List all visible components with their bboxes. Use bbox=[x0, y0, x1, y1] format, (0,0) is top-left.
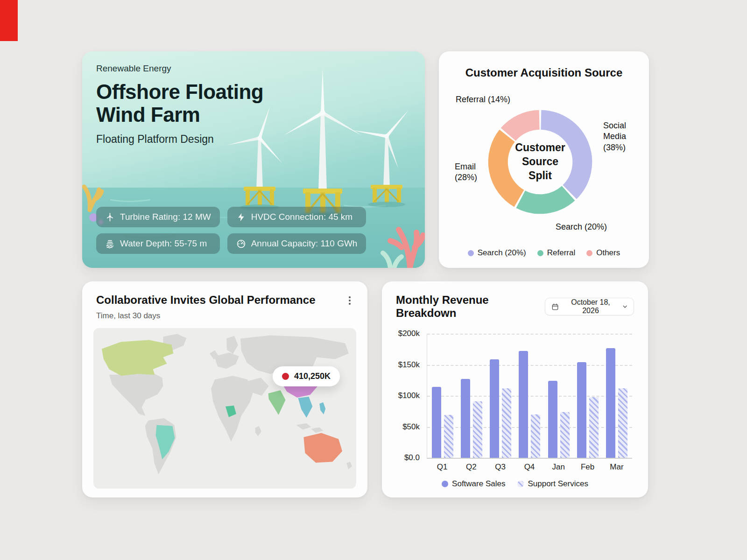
hero-eyebrow: Renewable Energy bbox=[96, 63, 278, 74]
world-map-svg bbox=[93, 328, 356, 489]
stat-hvdc-connection: HVDC Connection: 45 km bbox=[227, 207, 366, 227]
world-map: 410,250K bbox=[93, 328, 356, 489]
callout-social-media: Social Media (38%) bbox=[603, 120, 641, 153]
hero-stats: Turbine Rating: 12 MW HVDC Connection: 4… bbox=[96, 207, 366, 254]
map-card-subtitle: Time, last 30 days bbox=[93, 311, 356, 321]
y-axis-ticks: $200k$150k$100k$50k$0.0 bbox=[396, 334, 423, 458]
map-value-tooltip: 410,250K bbox=[273, 366, 340, 386]
water-depth-icon bbox=[105, 239, 115, 249]
bar-support-services bbox=[473, 401, 482, 458]
revenue-bar-chart: $200k$150k$100k$50k$0.0 bbox=[427, 334, 632, 459]
revenue-card-title: Monthly Revenue Breakdown bbox=[396, 294, 545, 320]
bar-group bbox=[519, 334, 540, 458]
legend-label: Others bbox=[596, 248, 620, 258]
donut-center-label: Customer Source Split bbox=[481, 103, 599, 221]
bar-support-services bbox=[618, 388, 627, 458]
legend-item-search: Search (20%) bbox=[468, 248, 526, 258]
bar-support-services bbox=[502, 388, 511, 458]
x-axis-labels: Q1Q2Q3Q4JanFebMar bbox=[427, 462, 632, 472]
region-usa-mexico bbox=[109, 373, 163, 416]
y-tick-label: $50k bbox=[402, 422, 420, 432]
bar-group bbox=[606, 334, 627, 458]
bar-software-sales bbox=[519, 351, 528, 458]
bar-software-sales bbox=[490, 359, 499, 458]
legend-item-support-services: Support Services bbox=[517, 479, 588, 489]
stat-label: HVDC Connection: 45 km bbox=[251, 212, 353, 222]
stat-label: Water Depth: 55-75 m bbox=[120, 238, 207, 249]
region-europe bbox=[214, 352, 239, 369]
date-picker-button[interactable]: October 18, 2026 bbox=[545, 298, 634, 315]
legend-label: Support Services bbox=[528, 479, 588, 489]
y-tick-label: $150k bbox=[398, 360, 420, 370]
legend-item-referral: Referral bbox=[537, 248, 575, 258]
bar-software-sales bbox=[432, 387, 441, 458]
region-philippines bbox=[319, 402, 325, 414]
legend-swatch-support-services bbox=[517, 481, 524, 487]
bar-group bbox=[432, 334, 453, 458]
bar-support-services bbox=[589, 397, 599, 458]
bar-support-services bbox=[531, 414, 540, 458]
x-tick-label: Jan bbox=[548, 462, 569, 472]
region-scandinavia bbox=[226, 336, 238, 354]
turbine-icon bbox=[105, 212, 115, 222]
legend-swatch-software-sales bbox=[442, 481, 448, 487]
stat-water-depth: Water Depth: 55-75 m bbox=[96, 233, 220, 254]
tooltip-dot-icon bbox=[282, 373, 289, 380]
kebab-menu-icon[interactable] bbox=[346, 294, 353, 308]
bar-group bbox=[461, 334, 482, 458]
hero-title: Offshore Floating Wind Farm bbox=[96, 80, 278, 126]
stat-annual-capacity: Annual Capacity: 110 GWh bbox=[227, 233, 366, 254]
region-southeast-asia bbox=[298, 397, 312, 418]
legend-label: Software Sales bbox=[452, 479, 505, 489]
region-new-zealand bbox=[346, 462, 352, 469]
region-canada bbox=[102, 340, 173, 376]
bar-group bbox=[577, 334, 599, 458]
date-label: October 18, 2026 bbox=[563, 298, 618, 315]
hero-subtitle: Floating Platform Design bbox=[96, 133, 278, 146]
legend-dot bbox=[537, 250, 543, 256]
x-tick-label: Q1 bbox=[431, 462, 453, 472]
bar-support-services bbox=[560, 412, 570, 458]
stat-turbine-rating: Turbine Rating: 12 MW bbox=[96, 207, 220, 227]
y-tick-label: $200k bbox=[398, 329, 420, 338]
region-madagascar bbox=[255, 426, 261, 436]
tooltip-value: 410,250K bbox=[294, 371, 331, 381]
legend-item-others: Others bbox=[586, 248, 620, 258]
region-india bbox=[268, 390, 286, 415]
stat-label: Turbine Rating: 12 MW bbox=[120, 212, 211, 222]
bar-group bbox=[490, 334, 511, 458]
callout-search: Search (20%) bbox=[556, 222, 607, 232]
x-tick-label: Feb bbox=[577, 462, 599, 472]
bolt-icon bbox=[236, 212, 246, 222]
callout-email: Email (28%) bbox=[455, 161, 485, 183]
map-card-title: Collaborative Invites Global Performance bbox=[96, 294, 315, 307]
hero-card: Renewable Energy Offshore Floating Wind … bbox=[82, 51, 425, 268]
screen-corner-marker bbox=[0, 0, 18, 41]
legend-dot bbox=[468, 250, 474, 256]
y-tick-label: $100k bbox=[398, 391, 420, 400]
x-tick-label: Mar bbox=[606, 462, 627, 472]
x-tick-label: Q2 bbox=[460, 462, 482, 472]
revenue-legend: Software Sales Support Services bbox=[396, 479, 634, 489]
legend-label: Search (20%) bbox=[478, 248, 526, 258]
bar-support-services bbox=[444, 415, 453, 458]
region-indonesia bbox=[296, 423, 323, 433]
floating-platform bbox=[368, 185, 405, 207]
donut-card-title: Customer Acquisition Source bbox=[439, 66, 649, 79]
gauge-icon bbox=[236, 239, 246, 249]
legend-item-software-sales: Software Sales bbox=[442, 479, 505, 489]
donut-chart: Customer Source Split bbox=[481, 103, 599, 221]
callout-referral: Referral (14%) bbox=[456, 94, 510, 105]
bar-software-sales bbox=[548, 381, 557, 458]
region-australia bbox=[303, 433, 342, 463]
legend-dot bbox=[586, 250, 592, 256]
legend-label: Referral bbox=[547, 248, 575, 258]
monthly-revenue-card: Monthly Revenue Breakdown October 18, 20… bbox=[382, 281, 648, 497]
x-tick-label: Q4 bbox=[519, 462, 540, 472]
calendar-icon bbox=[551, 303, 559, 311]
customer-acquisition-card: Customer Acquisition Source Customer Sou… bbox=[439, 51, 649, 268]
y-tick-label: $0.0 bbox=[404, 453, 420, 462]
bar-software-sales bbox=[461, 379, 470, 458]
donut-legend: Search (20%) Referral Others bbox=[439, 248, 649, 258]
bar-software-sales bbox=[577, 362, 586, 458]
